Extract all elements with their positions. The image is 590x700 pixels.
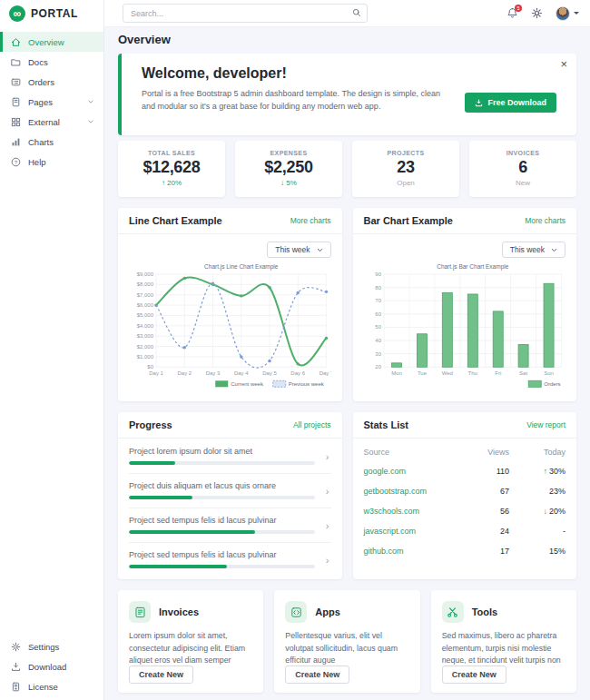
stat-card-invoices[interactable]: INVOICES 6 New [469,141,576,197]
bar-chart-card: Bar Chart Example More charts This week … [353,208,577,401]
line-chart-card-title: Line Chart Example [129,215,222,226]
gear-icon [11,642,21,652]
user-menu[interactable] [556,6,579,21]
brand-name: PORTAL [31,7,78,20]
all-projects-link[interactable]: All projects [293,420,331,429]
sidebar-item-label: Orders [28,77,54,87]
table-row: javascript.com 24 - [364,521,566,541]
stat-card-total-sales[interactable]: TOTAL SALES $12,628 ↑ 20% [118,141,225,197]
sidebar-item-label: Overview [28,37,64,47]
stats-cards-row: TOTAL SALES $12,628 ↑ 20% EXPENSES $2,25… [118,141,576,197]
more-charts-link[interactable]: More charts [290,216,331,225]
sidebar-item-overview[interactable]: Overview [0,32,103,52]
svg-text:Day 2: Day 2 [177,370,192,376]
stat-note: New [469,179,576,187]
chevron-down-icon [317,247,323,253]
svg-text:$0: $0 [147,364,153,370]
search-icon[interactable] [352,8,361,17]
svg-text:Wed: Wed [441,370,452,376]
svg-text:70: 70 [375,298,381,303]
close-icon[interactable]: × [560,57,567,71]
stats-table: Source Views Today google.com 110 ↑30% g… [364,442,566,561]
sidebar-item-docs[interactable]: Docs [0,52,103,72]
charts-row: Line Chart Example More charts This week… [118,208,576,401]
stat-card-projects[interactable]: PROJECTS 23 Open [352,141,459,197]
stat-card-expenses[interactable]: EXPENSES $2,250 ↓ 5% [235,141,342,197]
sidebar: ∞ PORTAL Overview Docs Orders Pages Exte… [0,0,104,700]
svg-text:Day 6: Day 6 [290,370,305,376]
free-download-button[interactable]: Free Download [465,93,556,113]
sidebar-item-pages[interactable]: Pages [0,92,103,112]
download-icon [11,662,21,672]
source-link[interactable]: getbootstrap.com [364,487,428,496]
svg-text:$2,000: $2,000 [137,344,154,350]
source-link[interactable]: w3schools.com [364,507,420,516]
svg-text:Chart.js Line Chart Example: Chart.js Line Chart Example [204,263,279,271]
progress-row[interactable]: Project lorem ipsum dolor sit amet › [129,439,331,474]
create-new-button[interactable]: Create New [285,665,349,684]
source-link[interactable]: javascript.com [364,527,417,536]
svg-text:Chart.js Bar Chart Example: Chart.js Bar Chart Example [437,263,508,271]
svg-text:$4,000: $4,000 [137,323,154,329]
sidebar-nav: Overview Docs Orders Pages External Char… [0,27,103,172]
svg-text:$7,000: $7,000 [137,292,154,298]
progress-row[interactable]: Project sed tempus felis id lacus pulvin… [129,543,331,577]
chevron-right-icon: › [326,451,329,462]
sidebar-item-label: External [28,117,60,127]
progress-row[interactable]: Project sed tempus felis id lacus pulvin… [129,508,331,543]
more-charts-link[interactable]: More charts [525,216,565,225]
tools-card: Tools Sed maximus, libero ac pharetra el… [431,590,576,693]
house-icon [11,37,21,47]
sidebar-item-license[interactable]: License [0,676,103,696]
svg-text:Mon: Mon [391,370,402,376]
sidebar-item-label: Docs [28,57,48,67]
sidebar-item-label: License [28,682,58,692]
sidebar-item-external[interactable]: External [0,112,103,132]
week-dropdown[interactable]: This week [267,242,330,258]
source-link[interactable]: google.com [364,467,407,476]
feature-body: Pellentesque varius, elit vel volutpat s… [285,630,408,666]
notifications-bell-icon[interactable]: 5 [506,7,518,19]
table-row: getbootstrap.com 67 23% [364,481,566,501]
svg-text:Sun: Sun [544,370,554,376]
download-icon [475,99,483,107]
week-dropdown[interactable]: This week [502,242,565,258]
bar-chart-card-title: Bar Chart Example [364,215,453,226]
app-logo[interactable]: ∞ PORTAL [0,0,103,27]
sidebar-item-label: Settings [28,642,59,652]
sidebar-item-help[interactable]: ? Help [0,152,103,172]
mid-row: Progress All projects Project lorem ipsu… [118,412,576,579]
progress-bar [129,565,315,568]
sidebar-item-settings[interactable]: Settings [0,636,103,656]
svg-text:$3,000: $3,000 [137,333,154,339]
welcome-title: Welcome, developer! [142,65,558,82]
welcome-banner: × Welcome, developer! Portal is a free B… [118,54,576,135]
progress-row[interactable]: Project duis aliquam et lacus quis ornar… [129,474,331,508]
sidebar-item-orders[interactable]: Orders [0,72,103,92]
main-content: Overview × Welcome, developer! Portal is… [104,27,590,700]
stat-note: ↑ 20% [118,179,225,187]
view-report-link[interactable]: View report [526,420,565,429]
settings-gear-icon[interactable] [531,7,543,19]
sidebar-item-label: Charts [28,137,54,147]
svg-text:30: 30 [375,351,381,357]
journal-text-icon [129,601,151,623]
progress-bar [129,496,315,499]
source-link[interactable]: github.com [364,547,404,556]
svg-text:40: 40 [375,338,381,343]
line-chart: $0$1,000$2,000$3,000$4,000$5,000$6,000$7… [129,261,331,392]
create-new-button[interactable]: Create New [442,665,506,684]
svg-text:Tue: Tue [417,370,427,376]
table-row: github.com 17 15% [364,541,566,561]
apps-card: Apps Pellentesque varius, elit vel volut… [274,590,419,693]
search-input[interactable] [123,4,368,23]
svg-text:Day 5: Day 5 [262,370,277,376]
sidebar-item-charts[interactable]: Charts [0,132,103,152]
stat-value: $2,250 [235,158,342,177]
svg-text:Orders: Orders [544,381,560,387]
sidebar-item-label: Download [28,662,66,672]
create-new-button[interactable]: Create New [129,665,193,684]
svg-text:$8,000: $8,000 [137,281,154,287]
sidebar-item-download[interactable]: Download [0,656,103,676]
column-header: Views [457,442,509,461]
